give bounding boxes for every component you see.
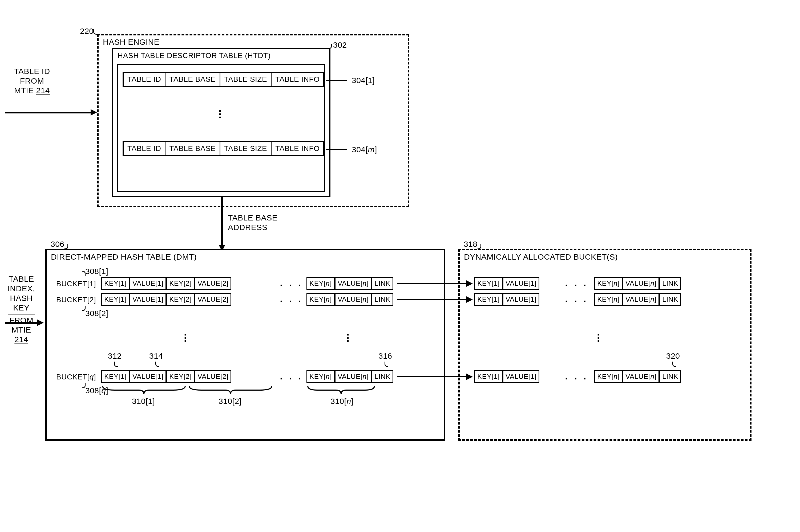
- htdt-field-table-info-m: TABLE INFO: [272, 142, 323, 155]
- htdt-title: HASH TABLE DESCRIPTOR TABLE (HTDT): [117, 51, 271, 60]
- bucket-q-row: KEY[1] VALUE[1] KEY[2] VALUE[2]: [101, 370, 231, 383]
- dyn-title: DYNAMICALLY ALLOCATED BUCKET(S): [464, 252, 618, 262]
- ref-htdt-row-m: 304[m]: [352, 145, 377, 154]
- kv-vn: VALUE[n]: [335, 277, 371, 290]
- brace-310-2: [188, 385, 273, 398]
- dyn-row-2-tail: KEY[n] VALUE[n] LINK: [594, 293, 681, 306]
- htdt-field-table-base-m: TABLE BASE: [165, 142, 220, 155]
- ref-308-1: 308[1]: [85, 267, 108, 276]
- kv-link: LINK: [371, 277, 393, 290]
- kv-k2: KEY[2]: [166, 277, 195, 290]
- ref-314: 314: [149, 352, 163, 361]
- kv-v2: VALUE[2]: [195, 277, 231, 290]
- brace-310-n: [307, 385, 376, 398]
- htdt-field-table-size: TABLE SIZE: [220, 73, 272, 86]
- htdt-field-table-info: TABLE INFO: [272, 73, 323, 86]
- bucket-1-label: BUCKET[1]: [51, 280, 96, 288]
- htdt-field-table-size-m: TABLE SIZE: [220, 142, 272, 155]
- kv-k1: KEY[1]: [101, 277, 129, 290]
- htdt-row-1: TABLE ID TABLE BASE TABLE SIZE TABLE INF…: [123, 72, 324, 87]
- ref-htdt-row-1: 304[1]: [352, 76, 375, 85]
- ref-320: 320: [666, 352, 680, 361]
- htdt-row-m: TABLE ID TABLE BASE TABLE SIZE TABLE INF…: [123, 141, 324, 156]
- bucket-2-row: KEY[1] VALUE[1] KEY[2] VALUE[2]: [101, 293, 231, 306]
- ref-316: 316: [378, 352, 392, 361]
- bucket-1-tail: KEY[n] VALUE[n] LINK: [307, 277, 393, 290]
- bucket-q-tail: KEY[n] VALUE[n] LINK: [307, 370, 393, 383]
- hash-engine-title: HASH ENGINE: [103, 38, 159, 46]
- htdt-field-table-id: TABLE ID: [124, 73, 165, 86]
- ref-310-1: 310[1]: [132, 397, 155, 406]
- input-table-index-label: TABLEINDEX,HASHKEYFROMMTIE214: [5, 274, 37, 344]
- dmt-title: DIRECT-MAPPED HASH TABLE (DMT): [51, 252, 197, 262]
- htdt-field-table-id-m: TABLE ID: [124, 142, 165, 155]
- diagram-canvas: 220 HASH ENGINE 302 HASH TABLE DESCRIPTO…: [11, 11, 783, 516]
- ref-htdt: 302: [333, 40, 347, 50]
- dyn-row-q-head: KEY[1] VALUE[1]: [474, 370, 539, 383]
- ref-312: 312: [108, 352, 122, 361]
- dyn-row-q-tail: KEY[n] VALUE[n] LINK: [594, 370, 681, 383]
- dyn-row-2-head: KEY[1] VALUE[1]: [474, 293, 539, 306]
- dyn-row-1-tail: KEY[n] VALUE[n] LINK: [594, 277, 681, 290]
- htdt-field-table-base: TABLE BASE: [165, 73, 220, 86]
- input-table-id-label: TABLE IDFROMMTIE 214: [5, 66, 59, 95]
- bucket-1-hdots: · · ·: [280, 280, 303, 291]
- ref-dmt: 306: [51, 240, 65, 249]
- ref-308-2: 308[2]: [85, 309, 108, 318]
- kv-v1: VALUE[1]: [129, 277, 166, 290]
- ref-hash-engine: 220: [80, 26, 94, 36]
- htdt-vdots: ...: [219, 107, 222, 116]
- bucket-2-label: BUCKET[2]: [51, 296, 96, 304]
- kv-kn: KEY[n]: [307, 277, 335, 290]
- ref-310-n: 310[n]: [330, 397, 353, 406]
- bucket-1-row: KEY[1] VALUE[1] KEY[2] VALUE[2]: [101, 277, 231, 290]
- ref-310-2: 310[2]: [219, 397, 241, 406]
- table-base-address-label: TABLE BASEADDRESS: [228, 213, 277, 232]
- ref-318: 318: [464, 240, 477, 249]
- bucket-q-label: BUCKET[q]: [51, 373, 96, 381]
- dyn-row-1-head: KEY[1] VALUE[1]: [474, 277, 539, 290]
- brace-310-1: [101, 385, 186, 398]
- bucket-2-tail: KEY[n] VALUE[n] LINK: [307, 293, 393, 306]
